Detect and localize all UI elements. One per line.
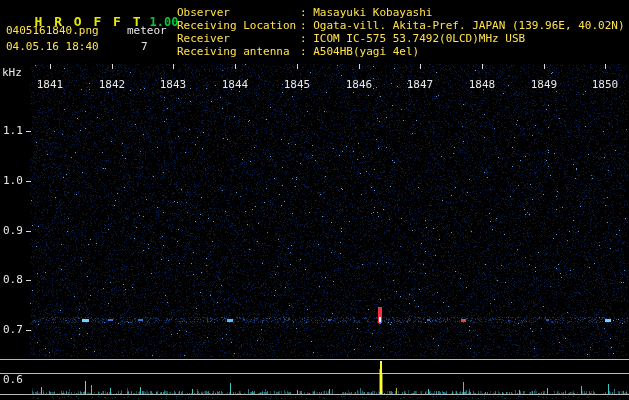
station-info-label: Receiver [177, 33, 300, 45]
station-info: Observer: Masayuki KobayashiReceiving Lo… [177, 7, 625, 59]
echo-count: 7 [141, 41, 148, 53]
datetime-label: 04.05.16 18:40 [6, 41, 99, 53]
station-info-value: : Masayuki Kobayashi [300, 6, 432, 19]
x-tick-label: 1845 [284, 79, 311, 91]
x-tick-label: 1844 [222, 79, 249, 91]
y-tick-label: 0.7 [3, 324, 23, 336]
station-info-row: Receiving antenna: A504HB(yagi 4el) [177, 46, 625, 59]
x-tick-label: 1842 [99, 79, 126, 91]
x-tick-label: 1846 [346, 79, 373, 91]
station-info-label: Observer [177, 7, 300, 19]
spectrogram-canvas [0, 0, 629, 400]
mode-label: meteor [127, 25, 167, 37]
y-tick-label: 0.8 [3, 274, 23, 286]
hrofft-window: H R O F F T1.00 0405161840.png meteor 04… [0, 0, 629, 400]
station-info-value: : Ogata-vill. Akita-Pref. JAPAN (139.96E… [300, 19, 625, 32]
station-info-value: : ICOM IC-575 53.7492(0LCD)MHz USB [300, 32, 525, 45]
y-axis-unit-label: kHz [2, 67, 22, 79]
x-tick-label: 1849 [531, 79, 558, 91]
y-tick-label: 0.9 [3, 225, 23, 237]
station-info-label: Receiving Location [177, 20, 300, 32]
x-tick-label: 1843 [160, 79, 187, 91]
y-tick-label: 1.0 [3, 175, 23, 187]
y-tick-label: 1.1 [3, 125, 23, 137]
station-info-value: : A504HB(yagi 4el) [300, 45, 419, 58]
x-tick-label: 1850 [592, 79, 619, 91]
x-tick-label: 1841 [37, 79, 64, 91]
x-tick-label: 1847 [407, 79, 434, 91]
station-info-label: Receiving antenna [177, 46, 300, 58]
y-tick-label: 0.6 [3, 374, 23, 386]
x-tick-label: 1848 [469, 79, 496, 91]
output-filename: 0405161840.png [6, 25, 99, 37]
